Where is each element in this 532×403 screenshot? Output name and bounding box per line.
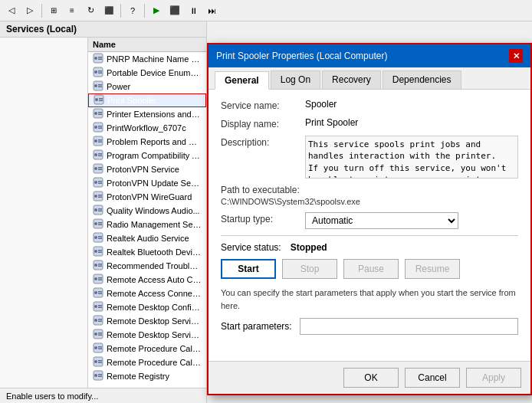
svg-rect-94 (98, 374, 102, 375)
service-item[interactable]: Realtek Bluetooth Device... (88, 245, 206, 259)
svg-point-73 (94, 305, 97, 308)
start-button[interactable]: Start (221, 259, 276, 279)
dialog-footer: OK Cancel Apply (209, 361, 530, 394)
service-item[interactable]: Print Spooler (88, 93, 206, 107)
service-item[interactable]: Power (88, 80, 206, 93)
svg-rect-66 (98, 277, 102, 279)
service-item[interactable]: Recommended Troubles... (88, 259, 206, 273)
startup-row: Startup type: AutomaticAutomatic (Delaye… (221, 212, 518, 229)
service-item[interactable]: PrintWorkflow_6707c (88, 121, 206, 135)
svg-point-45 (94, 208, 97, 211)
svg-point-49 (94, 222, 97, 225)
view-button[interactable]: ≡ (64, 2, 80, 19)
play-button[interactable]: ▶ (148, 2, 165, 19)
service-icon (93, 218, 103, 231)
dialog-tab-recovery[interactable]: Recovery (322, 70, 381, 89)
service-status-value: Stopped (291, 242, 327, 253)
left-panel: Services (Local) Name PNRP Machine Name … (0, 21, 207, 403)
svg-point-53 (94, 236, 97, 239)
svg-rect-39 (98, 182, 102, 184)
service-item[interactable]: PNRP Machine Name Pu... (88, 52, 206, 66)
service-item[interactable]: Remote Registry (88, 369, 206, 383)
refresh-button[interactable]: ↻ (82, 2, 99, 19)
description-label: Description: (221, 136, 305, 148)
dialog-tab-log-on[interactable]: Log On (271, 70, 320, 89)
service-item[interactable]: Portable Device Enumera... (88, 66, 206, 80)
dialog-close-button[interactable]: ✕ (509, 49, 523, 63)
path-label: Path to executable: (221, 185, 518, 195)
dialog-tab-general[interactable]: General (215, 71, 269, 90)
dialog-tab-dependencies[interactable]: Dependencies (383, 70, 461, 89)
service-name: Power (107, 82, 130, 91)
display-name-row: Display name: Print Spooler (221, 117, 518, 129)
service-icon (93, 329, 103, 342)
path-section: Path to executable: C:\WINDOWS\System32\… (221, 185, 518, 206)
service-icon (93, 274, 103, 287)
params-label: Start parameters: (221, 321, 292, 332)
ok-button[interactable]: OK (343, 368, 399, 388)
service-item[interactable]: Remote Desktop Configu... (88, 300, 206, 314)
service-name: Print Spooler (107, 96, 156, 105)
service-icon (93, 205, 103, 218)
stop-toolbar-button[interactable]: ⬛ (166, 2, 183, 19)
main-area: Services (Local) Name PNRP Machine Name … (0, 21, 532, 403)
apply-button[interactable]: Apply (466, 368, 521, 388)
service-item[interactable]: Remote Procedure Call (..) (88, 342, 206, 355)
startup-select[interactable]: AutomaticAutomatic (Delayed Start)Manual… (305, 212, 458, 229)
service-item[interactable]: Remote Access Auto Co... (88, 273, 206, 287)
service-item[interactable]: Remote Procedure Call (..) (88, 355, 206, 369)
service-name: Problem Reports and Sol... (107, 137, 202, 146)
name-column-header[interactable]: Name (88, 39, 120, 50)
pause-toolbar-button[interactable]: ⏸ (185, 2, 202, 19)
service-name: Printer Extensions and N... (107, 110, 202, 119)
service-item[interactable]: Remote Desktop Services... (88, 314, 206, 328)
service-item[interactable]: Quality Windows Audio... (88, 204, 206, 218)
service-name: Realtek Audio Service (107, 234, 189, 243)
service-item[interactable]: Remote Access Connect... (88, 287, 206, 300)
forward-button[interactable]: ▷ (21, 2, 38, 19)
svg-rect-71 (98, 293, 102, 294)
service-item[interactable]: Printer Extensions and N... (88, 107, 206, 121)
svg-rect-42 (98, 195, 102, 196)
service-item[interactable]: ProtonVPN Service (88, 162, 206, 176)
service-icon (93, 232, 103, 245)
show-all-button[interactable]: ⊞ (45, 2, 62, 19)
service-item[interactable]: ProtonVPN Update Service (88, 176, 206, 190)
svg-rect-3 (98, 58, 102, 60)
svg-point-13 (95, 98, 98, 101)
svg-rect-90 (98, 360, 102, 362)
resume-button[interactable]: Resume (405, 259, 460, 279)
resume-toolbar-button[interactable]: ⏭ (203, 2, 220, 19)
svg-rect-31 (98, 155, 102, 156)
service-icon (93, 287, 103, 300)
description-textarea[interactable] (305, 136, 518, 179)
export-button[interactable]: ⬛ (100, 2, 117, 19)
service-name: Program Compatibility A... (107, 151, 202, 160)
svg-rect-10 (98, 84, 102, 86)
params-input[interactable] (300, 318, 518, 335)
svg-rect-54 (98, 236, 102, 238)
service-icon (93, 246, 103, 259)
service-item[interactable]: Realtek Audio Service (88, 231, 206, 245)
svg-rect-2 (98, 57, 102, 58)
service-item[interactable]: Radio Management Serv... (88, 218, 206, 231)
back-button[interactable]: ◁ (3, 2, 20, 19)
service-item[interactable]: Program Compatibility A... (88, 149, 206, 162)
svg-rect-62 (98, 264, 102, 265)
service-icon (93, 122, 103, 135)
service-name: Radio Management Serv... (107, 220, 202, 229)
separator-1 (41, 4, 42, 18)
service-item[interactable]: ProtonVPN WireGuard (88, 190, 206, 204)
svg-rect-70 (98, 291, 102, 293)
display-name-label: Display name: (221, 117, 305, 129)
stop-button[interactable]: Stop (282, 259, 337, 279)
service-name: PNRP Machine Name Pu... (107, 54, 202, 64)
service-item[interactable]: Remote Desktop Services... (88, 328, 206, 342)
pause-button[interactable]: Pause (343, 259, 399, 279)
cancel-button[interactable]: Cancel (405, 368, 460, 388)
service-item[interactable]: Problem Reports and Sol... (88, 135, 206, 149)
svg-rect-79 (98, 320, 102, 322)
svg-rect-43 (98, 196, 102, 198)
help-button[interactable]: ? (124, 2, 141, 19)
svg-rect-59 (98, 251, 102, 253)
